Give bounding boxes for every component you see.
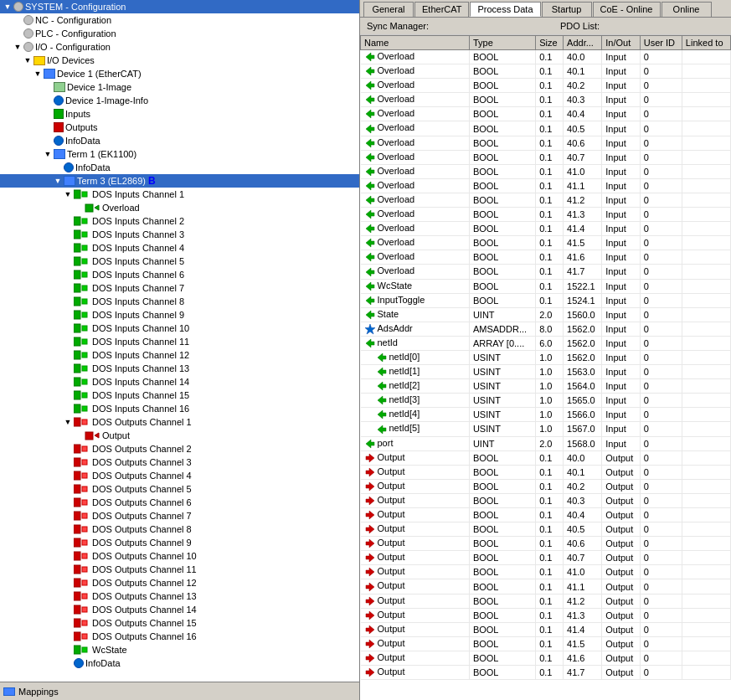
tree-item-overload[interactable]: Overload	[0, 201, 359, 214]
pdo-row[interactable]: netId[0]USINT1.01562.0Input0	[361, 350, 731, 364]
pdo-row[interactable]: netId[5]USINT1.01567.0Input0	[361, 422, 731, 436]
tree-item-dos-out-ch11[interactable]: DOS Outputs Channel 11	[0, 563, 359, 576]
pdo-row[interactable]: OutputBOOL0.140.1Output0	[361, 465, 731, 479]
tree-item-dos-ch15[interactable]: DOS Inputs Channel 15	[0, 389, 359, 402]
tree-item-infodata[interactable]: InfoData	[0, 134, 359, 147]
tree-item-device1-image[interactable]: Device 1-Image	[0, 80, 359, 94]
expand-arrow-io[interactable]: ▼	[12, 43, 23, 51]
tree-item-dos-out-ch13[interactable]: DOS Outputs Channel 13	[0, 589, 359, 603]
pdo-row[interactable]: OverloadBOOL0.140.4Input0	[361, 107, 731, 121]
pdo-row[interactable]: OutputBOOL0.141.4Output0	[361, 622, 731, 636]
tree-item-dos-out-ch7[interactable]: DOS Outputs Channel 7	[0, 509, 359, 522]
tree-item-outputs[interactable]: Outputs	[0, 121, 359, 134]
tree-item-device1-image-info[interactable]: Device 1-Image-Info	[0, 94, 359, 107]
pdo-row[interactable]: AdsAddrAMSADDR...8.01562.0Input0	[361, 322, 731, 336]
expand-arrow-dos-out-ch1[interactable]: ▼	[62, 418, 74, 426]
tree-item-wcstate[interactable]: WcState	[0, 643, 359, 656]
pdo-row[interactable]: OutputBOOL0.141.7Output0	[361, 666, 731, 680]
pdo-row[interactable]: OverloadBOOL0.140.3Input0	[361, 93, 731, 107]
pdo-row[interactable]: OutputBOOL0.140.5Output0	[361, 522, 731, 537]
pdo-row[interactable]: OverloadBOOL0.141.6Input0	[361, 250, 731, 265]
expand-arrow-device1[interactable]: ▼	[32, 69, 44, 78]
tree-item-inputs[interactable]: Inputs	[0, 107, 359, 121]
tree-item-dos-out-ch5[interactable]: DOS Outputs Channel 5	[0, 482, 359, 496]
expand-arrow-term1[interactable]: ▼	[42, 150, 54, 158]
pdo-row[interactable]: StateUINT2.01560.0Input0	[361, 307, 731, 322]
pdo-row[interactable]: OverloadBOOL0.141.3Input0	[361, 208, 731, 222]
pdo-row[interactable]: netId[1]USINT1.01563.0Input0	[361, 365, 731, 379]
tree-item-term1-infodata[interactable]: InfoData	[0, 161, 359, 174]
tree-item-dos-out-ch12[interactable]: DOS Outputs Channel 12	[0, 576, 359, 589]
expand-arrow-dos-ch1[interactable]: ▼	[62, 190, 74, 198]
pdo-row[interactable]: OverloadBOOL0.141.4Input0	[361, 222, 731, 236]
tree-item-dos-out-ch15[interactable]: DOS Outputs Channel 15	[0, 616, 359, 630]
tree-item-nc[interactable]: NC - Configuration	[0, 13, 359, 27]
tree-item-dos-out-ch8[interactable]: DOS Outputs Channel 8	[0, 522, 359, 536]
tree-item-device1[interactable]: ▼Device 1 (EtherCAT)	[0, 67, 359, 80]
pdo-row[interactable]: portUINT2.01568.0Input0	[361, 436, 731, 450]
tree-item-dos-ch6[interactable]: DOS Inputs Channel 6	[0, 268, 359, 281]
tree-item-dos-out-ch1[interactable]: ▼DOS Outputs Channel 1	[0, 415, 359, 429]
tree-item-output[interactable]: Output	[0, 429, 359, 442]
tab-online[interactable]: Online	[662, 2, 712, 17]
tree-item-dos-ch3[interactable]: DOS Inputs Channel 3	[0, 228, 359, 241]
tree-item-dos-ch1[interactable]: ▼DOS Inputs Channel 1	[0, 188, 359, 201]
tab-process-data[interactable]: Process Data	[470, 2, 540, 17]
tree-area[interactable]: ▼SYSTEM - ConfigurationNC - Configuratio…	[0, 0, 359, 682]
tab-coe---online[interactable]: CoE - Online	[593, 2, 661, 17]
pdo-row[interactable]: OverloadBOOL0.141.2Input0	[361, 193, 731, 207]
tree-item-system[interactable]: ▼SYSTEM - Configuration	[0, 0, 359, 13]
pdo-row[interactable]: OutputBOOL0.140.4Output0	[361, 508, 731, 522]
tree-item-dos-out-ch2[interactable]: DOS Outputs Channel 2	[0, 442, 359, 456]
tree-item-io-devices[interactable]: ▼I/O Devices	[0, 54, 359, 67]
pdo-row[interactable]: OverloadBOOL0.140.5Input0	[361, 121, 731, 136]
tree-item-dos-ch9[interactable]: DOS Inputs Channel 9	[0, 308, 359, 322]
pdo-row[interactable]: OutputBOOL0.141.5Output0	[361, 636, 731, 651]
expand-arrow-io-devices[interactable]: ▼	[22, 56, 33, 64]
pdo-row[interactable]: OutputBOOL0.140.6Output0	[361, 537, 731, 551]
pdo-row[interactable]: netId[3]USINT1.01565.0Input0	[361, 394, 731, 408]
pdo-row[interactable]: OutputBOOL0.141.0Output0	[361, 565, 731, 579]
tree-item-dos-ch2[interactable]: DOS Inputs Channel 2	[0, 214, 359, 228]
tree-item-dos-out-ch3[interactable]: DOS Outputs Channel 3	[0, 456, 359, 469]
pdo-row[interactable]: OverloadBOOL0.141.5Input0	[361, 236, 731, 250]
pdo-row[interactable]: OutputBOOL0.140.7Output0	[361, 551, 731, 565]
tree-item-dos-ch12[interactable]: DOS Inputs Channel 12	[0, 348, 359, 362]
pdo-row[interactable]: OverloadBOOL0.141.1Input0	[361, 178, 731, 193]
pdo-row[interactable]: OutputBOOL0.141.2Output0	[361, 594, 731, 608]
tree-item-dos-out-ch6[interactable]: DOS Outputs Channel 6	[0, 496, 359, 509]
tree-item-dos-ch5[interactable]: DOS Inputs Channel 5	[0, 255, 359, 268]
pdo-row[interactable]: OutputBOOL0.141.6Output0	[361, 651, 731, 665]
expand-arrow-system[interactable]: ▼	[2, 3, 13, 11]
pdo-row[interactable]: netIdARRAY [0....6.01562.0Input0	[361, 336, 731, 350]
tab-startup[interactable]: Startup	[542, 2, 592, 17]
tree-item-dos-ch8[interactable]: DOS Inputs Channel 8	[0, 295, 359, 308]
pdo-row[interactable]: OverloadBOOL0.141.7Input0	[361, 265, 731, 279]
tree-item-dos-ch7[interactable]: DOS Inputs Channel 7	[0, 281, 359, 295]
pdo-row[interactable]: OverloadBOOL0.140.7Input0	[361, 150, 731, 164]
pdo-row[interactable]: OutputBOOL0.140.3Output0	[361, 493, 731, 507]
tree-item-dos-out-ch4[interactable]: DOS Outputs Channel 4	[0, 469, 359, 482]
tree-item-infodata2[interactable]: InfoData	[0, 656, 359, 670]
tree-item-dos-ch14[interactable]: DOS Inputs Channel 14	[0, 375, 359, 389]
tree-item-io[interactable]: ▼I/O - Configuration	[0, 40, 359, 54]
pdo-row[interactable]: netId[4]USINT1.01566.0Input0	[361, 408, 731, 422]
tree-item-plc[interactable]: PLC - Configuration	[0, 27, 359, 40]
pdo-row[interactable]: InputToggleBOOL0.11524.1Input0	[361, 293, 731, 307]
pdo-row[interactable]: netId[2]USINT1.01564.0Input0	[361, 379, 731, 394]
tree-item-dos-out-ch9[interactable]: DOS Outputs Channel 9	[0, 536, 359, 549]
pdo-row[interactable]: WcStateBOOL0.11522.1Input0	[361, 279, 731, 293]
tree-item-dos-out-ch14[interactable]: DOS Outputs Channel 14	[0, 603, 359, 616]
pdo-row[interactable]: OverloadBOOL0.141.0Input0	[361, 164, 731, 178]
tree-item-dos-ch16[interactable]: DOS Inputs Channel 16	[0, 402, 359, 415]
tree-item-dos-ch4[interactable]: DOS Inputs Channel 4	[0, 241, 359, 255]
tab-ethercat[interactable]: EtherCAT	[414, 2, 469, 17]
pdo-row[interactable]: OverloadBOOL0.140.1Input0	[361, 64, 731, 79]
pdo-row[interactable]: OverloadBOOL0.140.6Input0	[361, 136, 731, 150]
pdo-row[interactable]: OutputBOOL0.141.1Output0	[361, 579, 731, 594]
pdo-row[interactable]: OutputBOOL0.140.0Output0	[361, 450, 731, 465]
tree-item-dos-ch11[interactable]: DOS Inputs Channel 11	[0, 335, 359, 348]
pdo-row[interactable]: OverloadBOOL0.140.2Input0	[361, 79, 731, 93]
pdo-table-container[interactable]: NameTypeSizeAddr...In/OutUser IDLinked t…	[360, 35, 731, 700]
tree-item-dos-ch13[interactable]: DOS Inputs Channel 13	[0, 362, 359, 375]
